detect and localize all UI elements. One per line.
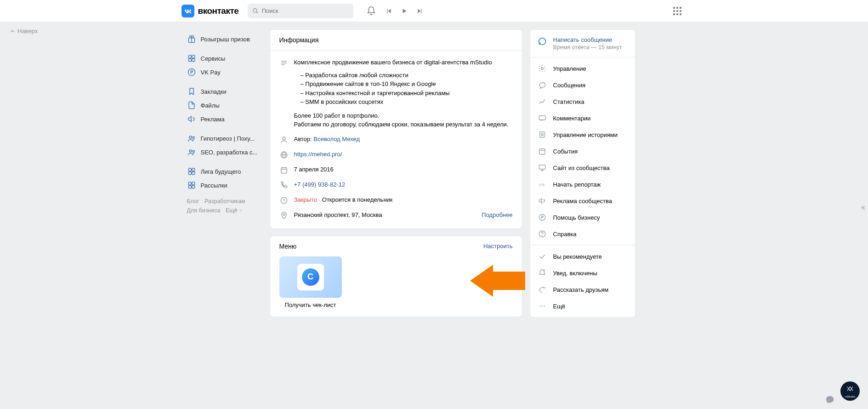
right-item-label: Комментарии <box>553 115 591 122</box>
founded-date: 7 апреля 2016 <box>294 165 513 174</box>
svg-rect-6 <box>188 59 191 62</box>
nav-item[interactable]: Лига будущего <box>184 165 264 178</box>
description-bullets: Разработка сайтов любой сложностиПродвиж… <box>301 71 513 107</box>
svg-point-49 <box>541 306 542 307</box>
right-item[interactable]: (тз)Начать репортаж <box>530 176 635 193</box>
right-item[interactable]: События <box>530 143 635 159</box>
footer-devs-link[interactable]: Разработчикам <box>204 198 245 204</box>
nav-label: Гипотиреоз | Поху... <box>201 135 255 142</box>
right-item-label: Статистика <box>553 98 584 105</box>
description-p1: Более 100 работ в портфолио. <box>294 111 513 120</box>
nav-label: Лига будущего <box>201 168 241 175</box>
right-item[interactable]: Увед. включены <box>530 265 635 281</box>
right-item[interactable]: Помощь бизнесу <box>530 209 635 226</box>
right-item[interactable]: Статистика <box>530 93 635 110</box>
info-more-link[interactable]: Подробнее <box>482 210 512 220</box>
notifications-icon[interactable] <box>366 6 376 16</box>
menu-item-thumbnail: C <box>279 256 342 298</box>
nav-item[interactable]: SEO, разработка с... <box>184 145 264 159</box>
right-item[interactable]: Сайт из сообщества <box>530 159 635 176</box>
share-icon <box>538 285 547 294</box>
write-message-button[interactable]: Написать сообщение Время ответа — 15 мин… <box>530 33 635 54</box>
globe-icon <box>279 150 289 159</box>
collapse-handle-icon[interactable] <box>860 204 866 212</box>
nav-item[interactable]: VK Pay <box>184 65 264 79</box>
right-item[interactable]: Реклама сообщества <box>530 193 635 209</box>
svg-rect-28 <box>281 167 287 173</box>
right-item[interactable]: Справка <box>530 226 635 242</box>
play-icon[interactable] <box>401 8 408 14</box>
svg-point-12 <box>193 150 194 152</box>
nav-item[interactable]: Рассылки <box>184 178 264 192</box>
chevron-down-icon <box>238 208 243 213</box>
prev-track-icon[interactable] <box>386 8 392 14</box>
svg-point-50 <box>544 306 545 307</box>
author-icon <box>279 135 289 144</box>
right-item[interactable]: Управление историями <box>530 126 635 143</box>
footer-more-link[interactable]: Ещё <box>226 206 243 215</box>
next-track-icon[interactable] <box>417 8 423 14</box>
description-headline: Комплексное продвижение вашего бизнеса о… <box>294 58 513 67</box>
scroll-to-top[interactable]: Наверх <box>9 28 38 34</box>
right-item[interactable]: Управление <box>530 60 635 77</box>
right-item-label: Начать репортаж <box>553 181 601 188</box>
nav-label: Рассылки <box>201 182 227 189</box>
svg-rect-39 <box>539 149 545 154</box>
right-item-label: Сообщения <box>553 82 586 89</box>
menu-item-checklist[interactable]: C Получить чек-лист <box>279 256 342 308</box>
faq-icon <box>538 229 547 239</box>
right-item[interactable]: Ещё <box>530 298 635 314</box>
services-icon <box>187 181 196 190</box>
right-item-label: Ещё <box>553 303 566 310</box>
svg-point-11 <box>189 150 192 152</box>
stories-icon <box>538 130 547 139</box>
right-item-label: Реклама сообщества <box>553 198 613 204</box>
nav-item[interactable]: Файлы <box>184 98 264 112</box>
svg-rect-17 <box>188 182 191 185</box>
right-item[interactable]: Сообщения <box>530 77 635 93</box>
author-label: Автор: <box>294 136 312 142</box>
menu-title: Меню <box>279 243 297 250</box>
right-item[interactable]: Рассказать друзьям <box>530 281 635 298</box>
description-p2: Работаем по договору, соблюдаем сроки, п… <box>294 120 513 129</box>
nav-item[interactable]: Реклама <box>184 112 264 126</box>
footer-blog-link[interactable]: Блог <box>187 198 199 204</box>
description-bullet: SMM в российских соцсетях <box>301 97 513 107</box>
nav-item[interactable]: Закладки <box>184 85 264 98</box>
nav-label: VK Pay <box>201 69 221 76</box>
svg-rect-13 <box>188 168 191 171</box>
svg-rect-5 <box>192 55 194 58</box>
nav-item[interactable]: Розыгрыш призов <box>184 32 264 46</box>
nav-item[interactable]: Сервисы <box>184 51 264 65</box>
description-bullet: Разработка сайтов любой сложности <box>301 71 513 80</box>
svg-line-1 <box>256 11 258 13</box>
phone-icon <box>279 181 289 190</box>
website-link[interactable]: https://mehed.pro/ <box>294 151 342 158</box>
right-column: Написать сообщение Время ответа — 15 мин… <box>530 29 635 324</box>
svg-point-9 <box>189 136 192 138</box>
right-item-label: Справка <box>553 231 577 238</box>
logo[interactable]: вконтакте <box>182 5 239 17</box>
comments-icon <box>538 114 547 123</box>
author-link[interactable]: Всеволод Мехед <box>313 136 360 142</box>
svg-point-35 <box>541 68 543 70</box>
vkpay-icon <box>187 68 196 77</box>
svg-rect-7 <box>192 59 194 62</box>
footer-biz-link[interactable]: Для бизнеса <box>187 207 221 214</box>
apps-grid-icon[interactable] <box>673 7 681 15</box>
group-icon <box>187 148 196 157</box>
svg-point-33 <box>283 213 285 215</box>
hours-status: Закрыто · Откроется в понедельник <box>294 195 513 204</box>
more-icon <box>538 301 547 311</box>
right-item[interactable]: Вы рекомендуете <box>530 248 635 265</box>
right-item[interactable]: Комментарии <box>530 110 635 126</box>
calendar-icon <box>279 165 289 175</box>
search-input[interactable] <box>262 7 349 14</box>
monitor-icon <box>538 163 547 172</box>
right-item-label: События <box>553 148 578 155</box>
phone-link[interactable]: +7 (499) 938-82-12 <box>294 181 346 188</box>
menu-configure-link[interactable]: Настроить <box>483 243 513 250</box>
right-item-label: Вы рекомендуете <box>553 253 602 260</box>
search-box[interactable] <box>248 4 353 18</box>
nav-item[interactable]: Гипотиреоз | Поху... <box>184 131 264 145</box>
